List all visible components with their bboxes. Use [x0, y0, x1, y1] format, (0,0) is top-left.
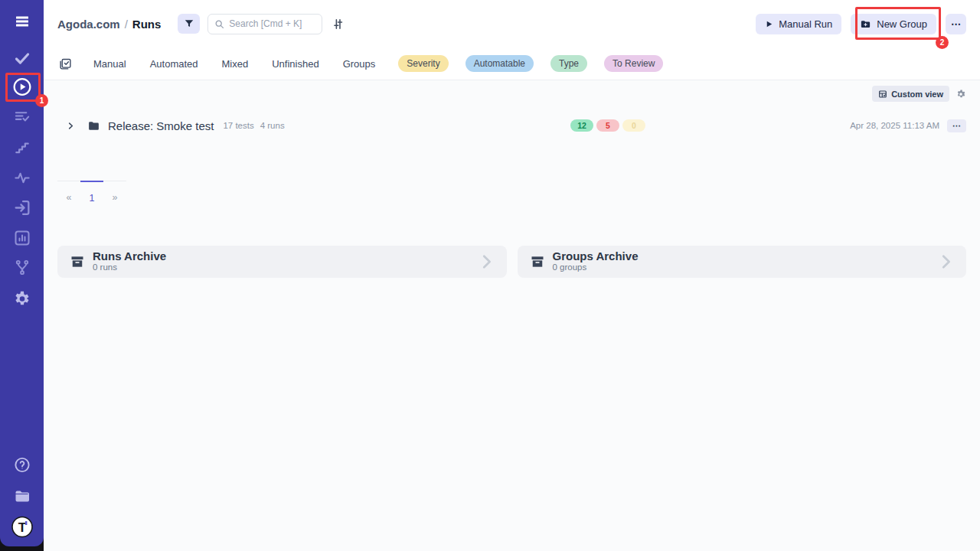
branch-icon[interactable]	[13, 259, 31, 276]
select-all-icon[interactable]	[59, 57, 72, 70]
pagination-page-1[interactable]: 1	[80, 181, 103, 204]
run-group-tests-count: 17 tests	[223, 121, 253, 130]
breadcrumb: Agoda.com / Runs	[57, 18, 161, 31]
logo[interactable]: T	[11, 516, 33, 538]
topbar-actions: Manual Run New Group ⋯	[756, 14, 966, 34]
archive-card-title: Runs Archive	[93, 250, 166, 263]
tab-unfinished[interactable]: Unfinished	[272, 58, 318, 70]
pill-type[interactable]: Type	[550, 55, 587, 72]
view-toolbar: Custom view	[44, 80, 980, 102]
pagination-next[interactable]: »	[103, 181, 126, 204]
archive-box-icon	[530, 254, 545, 269]
bar-chart-icon[interactable]	[13, 229, 31, 247]
main-area: Agoda.com / Runs	[44, 0, 980, 551]
steps-icon[interactable]	[13, 139, 31, 156]
pill-automatable[interactable]: Automatable	[466, 55, 534, 72]
archive-card-subtitle: 0 groups	[553, 262, 639, 273]
chevron-right-icon	[937, 253, 954, 270]
run-group-runs-count: 4 runs	[260, 121, 285, 130]
pill-severity[interactable]: Severity	[398, 55, 448, 72]
list-check-icon[interactable]	[13, 108, 31, 126]
archive-card-title: Groups Archive	[553, 250, 639, 263]
expand-chevron-icon[interactable]	[67, 122, 75, 130]
run-group-more-button[interactable]: ⋯	[947, 119, 966, 132]
tabs-bar: Manual Automated Mixed Unfinished Groups…	[44, 47, 980, 80]
folder-icon	[87, 119, 100, 132]
run-group-date: Apr 28, 2025 11:13 AM	[850, 121, 939, 130]
play-icon	[765, 20, 773, 28]
runs-archive-card[interactable]: Runs Archive 0 runs	[57, 246, 507, 278]
archive-card-text: Groups Archive 0 groups	[553, 250, 639, 273]
folder-plus-icon	[860, 18, 871, 30]
search-input[interactable]	[229, 18, 315, 29]
folder-icon[interactable]	[13, 487, 31, 505]
gear-icon[interactable]	[12, 289, 31, 308]
new-group-label: New Group	[877, 18, 927, 30]
pill-to-review[interactable]: To Review	[604, 55, 663, 72]
run-row-right: Apr 28, 2025 11:13 AM ⋯	[850, 119, 966, 132]
import-icon[interactable]	[12, 198, 31, 217]
tabs: Manual Automated Mixed Unfinished Groups	[93, 58, 375, 70]
funnel-icon	[184, 18, 194, 29]
check-icon[interactable]	[13, 49, 31, 67]
topbar: Agoda.com / Runs	[44, 0, 980, 47]
archive-box-icon	[70, 254, 85, 269]
manual-run-button[interactable]: Manual Run	[756, 14, 841, 34]
tab-automated[interactable]: Automated	[150, 58, 198, 70]
view-settings-gear-icon[interactable]	[956, 89, 966, 99]
help-icon[interactable]	[13, 456, 31, 474]
breadcrumb-separator: /	[125, 18, 128, 31]
pulse-icon[interactable]	[13, 169, 31, 187]
archive-card-subtitle: 0 runs	[93, 262, 166, 273]
run-group-row[interactable]: Release: Smoke test 17 tests 4 runs 12 5…	[44, 115, 980, 136]
tab-mixed[interactable]: Mixed	[222, 58, 249, 70]
filter-button[interactable]	[178, 14, 200, 34]
new-group-button[interactable]: New Group	[851, 14, 936, 34]
sidebar: T	[0, 0, 44, 546]
manual-run-label: Manual Run	[779, 18, 832, 30]
menu-icon[interactable]	[13, 12, 31, 31]
sliders-icon[interactable]	[332, 18, 345, 31]
archive-cards: Runs Archive 0 runs Groups Archive 0 gro…	[57, 246, 966, 278]
tab-manual[interactable]: Manual	[93, 58, 126, 70]
play-circle-icon[interactable]	[11, 77, 32, 97]
header-zone: Agoda.com / Runs	[44, 0, 980, 80]
filter-pills: Severity Automatable Type To Review	[398, 55, 663, 72]
table-icon	[878, 90, 887, 99]
search-icon	[214, 19, 224, 29]
breadcrumb-page: Runs	[132, 18, 162, 31]
pagination: « 1 »	[57, 181, 126, 204]
run-group-title[interactable]: Release: Smoke test	[108, 119, 214, 132]
custom-view-label: Custom view	[891, 90, 943, 99]
failed-count-badge: 5	[596, 119, 619, 132]
header-more-button[interactable]: ⋯	[946, 14, 966, 34]
passed-count-badge: 12	[570, 119, 593, 132]
tab-groups[interactable]: Groups	[343, 58, 376, 70]
chevron-right-icon	[478, 253, 495, 270]
search-box	[207, 14, 322, 34]
run-stats: 12 5 0	[570, 119, 645, 132]
archive-card-text: Runs Archive 0 runs	[93, 250, 166, 273]
breadcrumb-project[interactable]: Agoda.com	[57, 18, 120, 31]
groups-archive-card[interactable]: Groups Archive 0 groups	[518, 246, 967, 278]
custom-view-button[interactable]: Custom view	[872, 86, 949, 102]
pagination-prev[interactable]: «	[57, 181, 80, 204]
skipped-count-badge: 0	[622, 119, 645, 132]
